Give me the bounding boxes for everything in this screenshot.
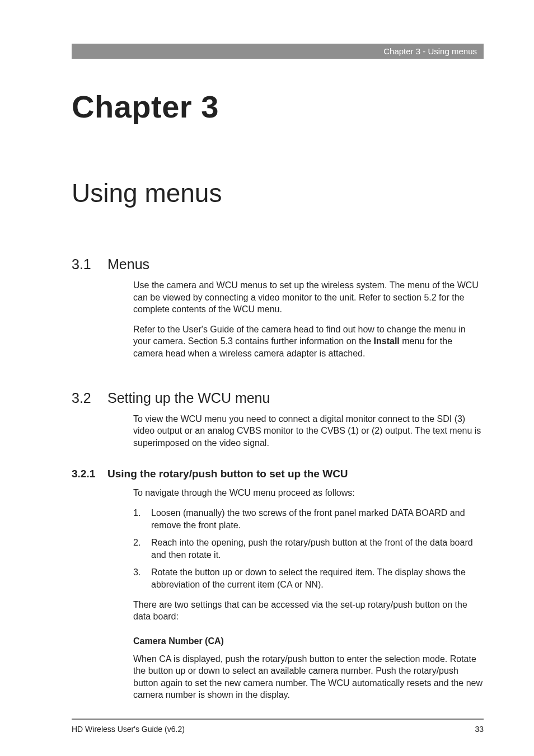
- chapter-title: Chapter 3: [72, 88, 219, 125]
- section-title: Setting up the WCU menu: [107, 390, 270, 406]
- paragraph: Use the camera and WCU menus to set up t…: [133, 279, 484, 316]
- footer-page-number: 33: [475, 725, 484, 734]
- section-number: 3.2: [72, 390, 107, 406]
- list-item: 1. Loosen (manually) the two screws of t…: [133, 507, 484, 531]
- subsection-number: 3.2.1: [72, 468, 107, 480]
- header-bar: Chapter 3 - Using menus: [72, 44, 484, 59]
- bold-text: Install: [374, 336, 400, 346]
- section-number: 3.1: [72, 256, 107, 273]
- section-3-1: 3.1 Menus Use the camera and WCU menus t…: [72, 256, 484, 360]
- section-3-2: 3.2 Setting up the WCU menu To view the …: [72, 390, 484, 702]
- paragraph: There are two settings that can be acces…: [133, 599, 484, 623]
- section-body: To view the WCU menu you need to connect…: [133, 413, 484, 449]
- list-number: 2.: [133, 537, 151, 561]
- page: Chapter 3 - Using menus Chapter 3 Using …: [0, 0, 534, 756]
- subsection-heading: 3.2.1 Using the rotary/push button to se…: [72, 468, 484, 480]
- paragraph: To view the WCU menu you need to connect…: [133, 413, 484, 449]
- subsection-title: Using the rotary/push button to set up t…: [107, 468, 348, 480]
- list-text: Rotate the button up or down to select t…: [151, 566, 484, 590]
- footer-rule: [72, 719, 484, 720]
- run-in-heading: Camera Number (CA): [133, 636, 484, 646]
- ordered-list: 1. Loosen (manually) the two screws of t…: [133, 507, 484, 591]
- subsection-body: To navigate through the WCU menu proceed…: [133, 487, 484, 701]
- paragraph: To navigate through the WCU menu proceed…: [133, 487, 484, 499]
- list-number: 1.: [133, 507, 151, 531]
- section-heading: 3.1 Menus: [72, 256, 484, 273]
- footer-doc-title: HD Wireless User's Guide (v6.2): [72, 725, 185, 734]
- section-title: Menus: [107, 256, 149, 273]
- paragraph: Refer to the User's Guide of the camera …: [133, 323, 484, 360]
- paragraph: When CA is displayed, push the rotary/pu…: [133, 653, 484, 701]
- list-item: 2. Reach into the opening, push the rota…: [133, 537, 484, 561]
- content: 3.1 Menus Use the camera and WCU menus t…: [72, 256, 484, 731]
- chapter-subtitle: Using menus: [72, 178, 222, 208]
- section-body: Use the camera and WCU menus to set up t…: [133, 279, 484, 360]
- list-item: 3. Rotate the button up or down to selec…: [133, 566, 484, 590]
- list-text: Loosen (manually) the two screws of the …: [151, 507, 484, 531]
- header-text: Chapter 3 - Using menus: [383, 46, 477, 56]
- list-text: Reach into the opening, push the rotary/…: [151, 537, 484, 561]
- list-number: 3.: [133, 566, 151, 590]
- section-heading: 3.2 Setting up the WCU menu: [72, 390, 484, 406]
